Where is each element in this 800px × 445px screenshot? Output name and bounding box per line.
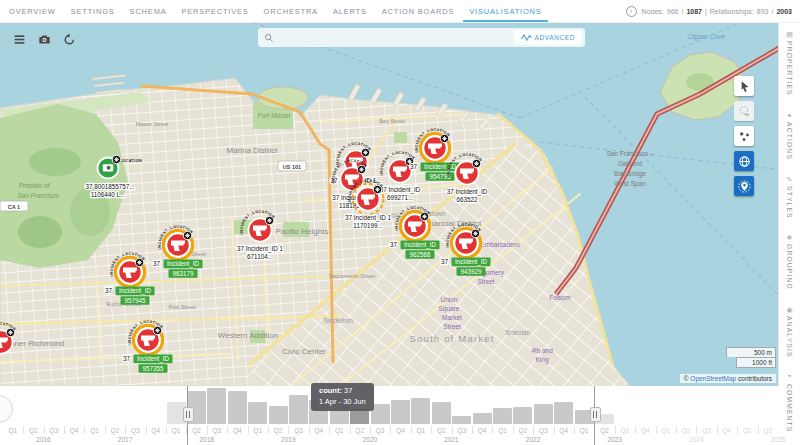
quarter-separator: [166, 426, 167, 434]
timeline-bar[interactable]: [248, 402, 267, 424]
search-icon: [264, 33, 274, 43]
timeline-bar[interactable]: [269, 406, 288, 424]
rail-tab-label: ACTIONS: [786, 122, 793, 160]
svg-text:37 Incident_ID 1: 37 Incident_ID 1: [237, 245, 283, 253]
timeline-bar[interactable]: [411, 398, 430, 424]
svg-text:962568: 962568: [409, 251, 431, 258]
quarter-label: Q2: [437, 427, 446, 434]
svg-text:37 8001855757...: 37 8001855757...: [85, 183, 134, 190]
quarter-separator: [635, 426, 636, 434]
timeline-bar[interactable]: [391, 400, 410, 424]
year-label: 2018: [199, 436, 213, 443]
quarter-label: Q1: [172, 427, 181, 434]
quarter-separator: [64, 426, 65, 434]
right-panel-rail: ▤PROPERTIES✦ACTIONS✎STYLES❖GROUPING◉ANAL…: [778, 22, 800, 386]
rail-tab-styles[interactable]: ✎STYLES: [786, 176, 793, 219]
map-canvas[interactable]: Marina DistrictFort MasonBay StreetMason…: [0, 22, 778, 386]
timeline-bar[interactable]: [473, 413, 492, 424]
timeline-bar[interactable]: [452, 416, 471, 424]
map-label: Civic Center: [282, 347, 326, 356]
globe-icon[interactable]: [734, 151, 754, 171]
info-icon[interactable]: i: [626, 6, 637, 17]
nav-tab-action-boards[interactable]: ACTION BOARDS: [382, 0, 455, 22]
quarter-label: Q1: [580, 427, 589, 434]
map-label: Brannan: [506, 329, 531, 336]
svg-text:943929: 943929: [460, 268, 482, 275]
map-label: 4th and: [531, 347, 553, 354]
map-label: San Francisco –: [607, 150, 654, 157]
nav-tab-overview[interactable]: OVERVIEW: [9, 0, 56, 22]
svg-text:US 101: US 101: [283, 164, 301, 170]
map-label: King: [535, 356, 548, 364]
quarter-separator: [492, 426, 493, 434]
timeline-scroll-button[interactable]: [0, 395, 13, 423]
quarter-label: Q3: [376, 427, 385, 434]
right-range-handle[interactable]: [590, 407, 601, 422]
quarter-label: Q2: [355, 427, 364, 434]
rail-tab-label: PROPERTIES: [786, 41, 793, 96]
timeline-bar[interactable]: [350, 409, 369, 424]
year-label: 2016: [36, 436, 50, 443]
nav-tab-visualisations[interactable]: VISUALISATIONS: [469, 0, 541, 22]
quarter-label: Q2: [192, 427, 201, 434]
nav-tab-orchestra[interactable]: ORCHESTRA: [264, 0, 318, 22]
rail-tab-analysis[interactable]: ◉ANALYSIS: [786, 306, 793, 358]
rail-tab-properties[interactable]: ▤PROPERTIES: [786, 31, 793, 96]
undo-icon[interactable]: [61, 31, 77, 47]
slash: /: [681, 8, 683, 15]
advanced-search-button[interactable]: ADVANCED: [514, 30, 582, 45]
timeline-bar[interactable]: [493, 408, 512, 424]
quarter-label: Q3: [702, 427, 711, 434]
rail-tab-actions[interactable]: ✦ACTIONS: [786, 112, 793, 160]
svg-text:1170199...: 1170199...: [353, 222, 383, 229]
map-label: Post Street: [168, 304, 196, 310]
quarter-label: Q4: [151, 427, 160, 434]
map-scale: 500 m 1000 ft: [726, 347, 776, 368]
map-label: Market: [442, 314, 462, 321]
quarter-label: Q1: [90, 427, 99, 434]
analysis-icon: ◉: [786, 306, 792, 313]
nav-tab-schema[interactable]: SCHEMA: [130, 0, 167, 22]
geo-pin-icon[interactable]: [734, 176, 754, 196]
quarter-separator: [513, 426, 514, 434]
timeline-bar[interactable]: [228, 391, 247, 424]
map-label: Inner Richmond: [8, 339, 64, 348]
timeline-bar[interactable]: [207, 388, 226, 424]
menu-icon[interactable]: [11, 31, 27, 47]
timeline-bar[interactable]: [534, 404, 553, 424]
quarter-separator: [758, 426, 759, 434]
svg-text:Incident_ID: Incident_ID: [119, 287, 151, 295]
quarter-label: Q3: [294, 427, 303, 434]
timeline-histogram[interactable]: Q1Q2Q3Q4Q1Q2Q3Q4Q1Q2Q3Q4Q1Q2Q3Q4Q1Q2Q3Q4…: [0, 386, 800, 445]
timeline-bar[interactable]: [432, 402, 451, 424]
nodes-label: Nodes:: [642, 8, 664, 15]
stats-separator: |: [705, 8, 707, 15]
quarter-label: Q3: [131, 427, 140, 434]
map-label: Bay Street: [379, 118, 405, 124]
search-input[interactable]: [274, 33, 514, 42]
timeline-bar[interactable]: [289, 395, 308, 424]
camera-icon[interactable]: [36, 31, 52, 47]
quarter-separator: [533, 426, 534, 434]
quarter-label: Q2: [519, 427, 528, 434]
properties-icon: ▤: [786, 31, 793, 38]
timeline-bar[interactable]: [513, 407, 532, 424]
timeline-bar[interactable]: [554, 402, 573, 424]
quarter-separator: [84, 426, 85, 434]
nav-tab-perspectives[interactable]: PERSPECTIVES: [181, 0, 248, 22]
lasso-icon[interactable]: [734, 101, 754, 121]
rail-tab-comments[interactable]: ❞COMMENTS: [786, 374, 793, 432]
comments-icon: ❞: [788, 374, 792, 381]
left-range-handle[interactable]: [183, 407, 194, 422]
quarter-separator: [207, 426, 208, 434]
cursor-icon[interactable]: [734, 76, 754, 96]
rail-tab-grouping[interactable]: ❖GROUPING: [786, 234, 793, 290]
nav-tab-alerts[interactable]: ALERTS: [333, 0, 367, 22]
quarter-separator: [615, 426, 616, 434]
svg-text:37 Incident_ID: 37 Incident_ID: [447, 188, 488, 196]
openstreetmap-link[interactable]: OpenStreetMap: [690, 375, 736, 382]
map-label: Fort Mason: [258, 112, 291, 119]
quarter-label: Q2: [600, 427, 609, 434]
graph-nodes-icon[interactable]: [734, 126, 754, 146]
nav-tab-settings[interactable]: SETTINGS: [71, 0, 115, 22]
